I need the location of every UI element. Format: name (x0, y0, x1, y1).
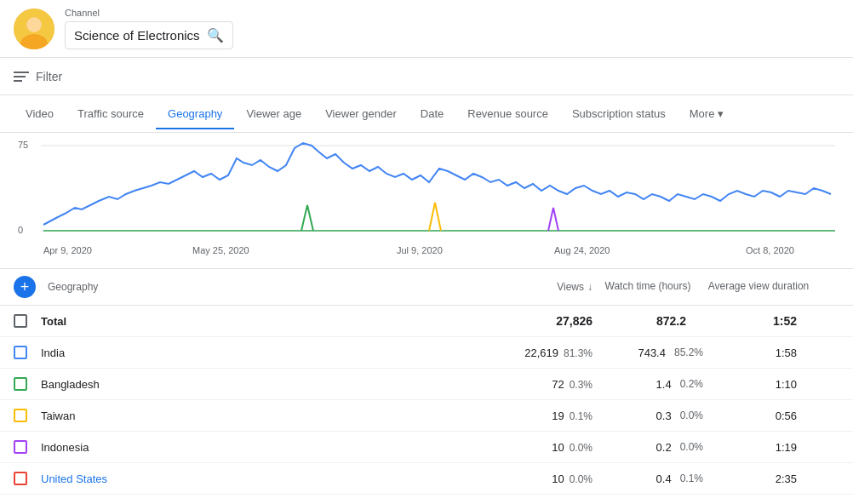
tab-viewer-gender[interactable]: Viewer gender (313, 99, 409, 129)
row-watch-val: 0.2 (656, 441, 672, 454)
col-watch-header: Watch time (hours) (593, 280, 703, 294)
channel-search-box[interactable]: Science of Electronics 🔍 (65, 21, 233, 49)
row-views: 22,61981.3% (456, 346, 593, 359)
row-watch-pct: 0.0% (680, 441, 703, 453)
col-avg-header: Average view duration (703, 280, 814, 294)
row-views: 720.3% (456, 378, 593, 391)
row-watch: 0.3 0.0% (593, 410, 703, 422)
row-country-name: Taiwan (41, 410, 456, 422)
svg-text:Apr 9, 2020: Apr 9, 2020 (43, 245, 92, 255)
row-views-pct: 0.0% (570, 473, 593, 485)
row-country-name: Indonesia (41, 441, 456, 454)
svg-text:Aug 24, 2020: Aug 24, 2020 (554, 245, 610, 255)
table-row: Indonesia 100.0% 0.2 0.0% 1:19 (0, 432, 853, 463)
row-avg-duration: 1:19 (703, 441, 814, 454)
svg-text:May 25, 2020: May 25, 2020 (192, 245, 249, 255)
svg-text:Oct 8, 2020: Oct 8, 2020 (746, 245, 794, 255)
row-country-name[interactable]: United States (41, 472, 456, 485)
col-views-header[interactable]: Views ↓ (456, 281, 593, 293)
plus-button[interactable]: + (14, 276, 36, 298)
row-views: 190.1% (456, 410, 593, 422)
search-icon[interactable]: 🔍 (207, 27, 224, 43)
tab-video[interactable]: Video (14, 99, 66, 129)
table-header: + Geography Views ↓ Watch time (hours) A… (0, 269, 853, 306)
chevron-down-icon: ▾ (718, 107, 724, 120)
row-avg-duration: 1:10 (703, 378, 814, 391)
filter-bar: Filter (0, 58, 853, 95)
total-checkbox[interactable] (14, 314, 27, 328)
chart-svg: 75 0 Apr 9, 2020 May 25, 2020 Jul 9, 202… (14, 133, 839, 261)
avatar (14, 9, 54, 49)
row-watch-pct: 85.2% (674, 346, 703, 358)
row-watch-val: 1.4 (656, 378, 672, 391)
row-watch-pct: 0.1% (680, 472, 703, 484)
total-avg: 1:52 (703, 314, 814, 328)
col-geo-label: Geography (48, 281, 98, 293)
row-watch-pct: 0.0% (680, 410, 703, 421)
row-views: 100.0% (456, 441, 593, 454)
row-views: 100.0% (456, 472, 593, 485)
total-views: 27,826 (456, 314, 593, 328)
color-indicator[interactable] (14, 346, 27, 359)
color-indicator[interactable] (14, 409, 27, 422)
svg-text:75: 75 (18, 140, 28, 150)
row-views-pct: 0.3% (570, 379, 593, 391)
row-watch: 1.4 0.2% (593, 378, 703, 391)
table-row: Taiwan 190.1% 0.3 0.0% 0:56 (0, 400, 853, 432)
row-watch-val: 743.4 (638, 346, 666, 359)
total-label: Total (41, 315, 456, 328)
row-watch: 0.4 0.1% (593, 472, 703, 485)
row-country-name: Bangladesh (41, 378, 456, 391)
row-watch-val: 0.3 (656, 410, 672, 422)
row-watch: 743.4 85.2% (593, 346, 703, 359)
tab-revenue-source[interactable]: Revenue source (455, 99, 560, 129)
filter-icon[interactable] (14, 72, 29, 82)
svg-text:Jul 9, 2020: Jul 9, 2020 (397, 245, 443, 255)
svg-point-3 (26, 17, 42, 32)
total-watch: 872.2 (593, 314, 703, 328)
table-row: Bangladesh 720.3% 1.4 0.2% 1:10 (0, 369, 853, 400)
row-avg-duration: 0:56 (703, 410, 814, 422)
table-row: India 22,61981.3% 743.4 85.2% 1:58 (0, 337, 853, 369)
channel-label: Channel (65, 8, 233, 18)
row-watch-pct: 0.2% (680, 378, 703, 390)
tab-more[interactable]: More ▾ (678, 99, 736, 129)
row-watch-val: 0.4 (656, 472, 672, 485)
tab-subscription-status[interactable]: Subscription status (560, 99, 678, 129)
row-watch: 0.2 0.0% (593, 441, 703, 454)
tab-viewer-age[interactable]: Viewer age (234, 99, 313, 129)
tab-date[interactable]: Date (409, 99, 455, 129)
row-views-pct: 0.1% (570, 410, 593, 422)
tab-traffic-source[interactable]: Traffic source (66, 99, 156, 129)
row-avg-duration: 1:58 (703, 346, 814, 359)
color-indicator[interactable] (14, 377, 27, 391)
chart-area: 75 0 Apr 9, 2020 May 25, 2020 Jul 9, 202… (0, 133, 853, 269)
color-indicator[interactable] (14, 440, 27, 454)
table-row: United States 100.0% 0.4 0.1% 2:35 (0, 463, 853, 495)
tab-geography[interactable]: Geography (156, 99, 234, 129)
row-views-pct: 81.3% (564, 347, 593, 359)
row-avg-duration: 2:35 (703, 472, 814, 485)
total-row: Total 27,826 872.2 1:52 (0, 306, 853, 337)
color-indicator[interactable] (14, 472, 27, 485)
tabs-bar: Video Traffic source Geography Viewer ag… (0, 95, 853, 133)
row-views-pct: 0.0% (570, 442, 593, 454)
row-country-name: India (41, 346, 456, 359)
filter-label: Filter (36, 70, 62, 83)
svg-text:0: 0 (18, 225, 23, 235)
header: Channel Science of Electronics 🔍 (0, 0, 853, 58)
data-rows: India 22,61981.3% 743.4 85.2% 1:58 Bangl… (0, 337, 853, 495)
channel-name: Science of Electronics (74, 28, 200, 43)
